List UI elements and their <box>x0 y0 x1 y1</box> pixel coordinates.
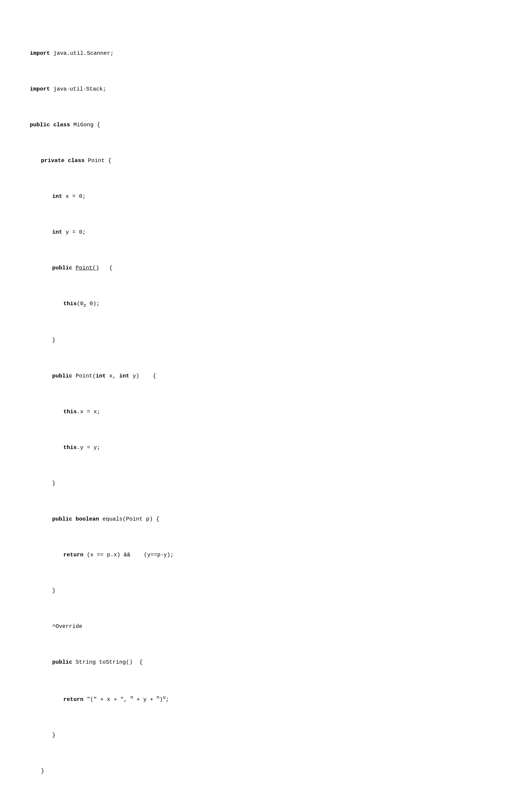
line-import-scanner: import java.util.Scanner; <box>30 49 502 58</box>
kw-public-5: public <box>52 659 72 666</box>
kw-public-1: public class <box>30 122 70 128</box>
kw-int-4: int <box>119 373 129 379</box>
kw-public-3: public <box>52 373 72 379</box>
line-return-equals: return (x == p.x) && (y==p·y); <box>30 551 502 560</box>
line-public-point-xy: public Point(int x, int y) { <box>30 372 502 381</box>
kw-this-2: this <box>63 409 77 415</box>
kw-import-2: import <box>30 86 50 92</box>
kw-public-2: public <box>52 265 72 271</box>
line-public-boolean-equals: public boolean equals(Point p) { <box>30 515 502 524</box>
line-close-brace-3: } <box>30 587 502 595</box>
line-close-brace-2: } <box>30 479 502 488</box>
kw-import-1: import <box>30 50 50 57</box>
line-int-x: int x = 0; <box>30 192 502 201</box>
kw-return-1: return <box>63 552 83 558</box>
kw-this-1: this <box>63 301 77 307</box>
kw-int-2: int <box>52 229 62 236</box>
kw-private-1: private class <box>41 158 85 164</box>
line-import-stack: import java·util·Stack; <box>30 85 502 94</box>
kw-return-2: return <box>63 696 83 703</box>
line-this-y-y: this.y = y; <box>30 443 502 452</box>
line-override: ^Override <box>30 622 502 631</box>
kw-int-1: int <box>52 193 62 200</box>
method-point-underline: Point() <box>76 265 99 271</box>
line-public-class: public class MiGong { <box>30 121 502 130</box>
kw-int-3: int <box>96 373 106 379</box>
line-int-y: int y = 0; <box>30 228 502 237</box>
line-close-brace-1: } <box>30 336 502 345</box>
kw-public-4: public boolean <box>52 516 99 522</box>
line-public-string-tostring: public String toString() { <box>30 658 502 667</box>
line-return-string: return "(" + x + ", n + y + n)u; <box>30 694 502 704</box>
code-container: import java.util.Scanner; import java·ut… <box>30 22 502 787</box>
kw-this-3: this <box>63 445 77 451</box>
line-this-x-x: this.x = x; <box>30 408 502 417</box>
line-public-point-default: public Point() { <box>30 264 502 273</box>
line-private-class-point: private class Point { <box>30 157 502 165</box>
line-this-0-0: this(0z 0); <box>30 300 502 309</box>
line-close-brace-4: } <box>30 731 502 740</box>
line-close-brace-5: } <box>30 767 502 776</box>
